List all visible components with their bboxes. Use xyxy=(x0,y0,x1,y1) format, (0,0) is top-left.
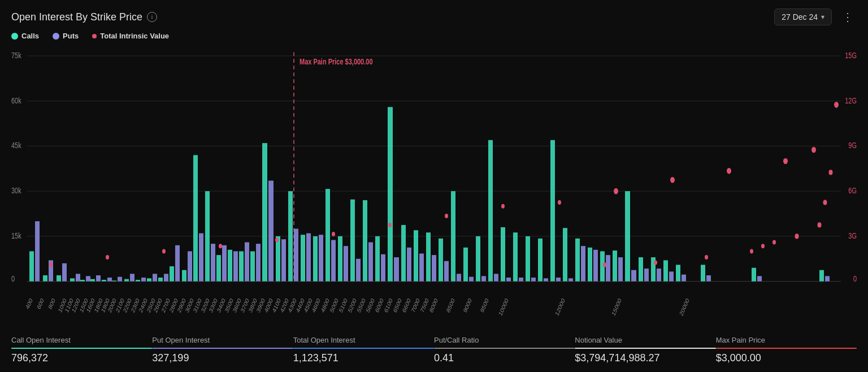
svg-rect-35 xyxy=(118,277,122,282)
svg-text:4800: 4800 xyxy=(320,297,331,314)
chevron-down-icon: ▾ xyxy=(821,13,824,21)
svg-rect-42 xyxy=(158,278,163,282)
svg-rect-106 xyxy=(550,140,555,282)
svg-text:600: 600 xyxy=(36,297,45,310)
max-pain-value: $3,000.00 xyxy=(716,352,857,364)
svg-point-155 xyxy=(761,244,765,248)
svg-rect-108 xyxy=(563,228,567,281)
svg-point-141 xyxy=(445,214,448,218)
footer-put-call: Put/Call Ratio 0.41 xyxy=(434,336,575,364)
svg-text:0: 0 xyxy=(853,274,857,283)
svg-text:12000: 12000 xyxy=(554,297,566,317)
svg-rect-94 xyxy=(476,236,480,282)
svg-rect-58 xyxy=(250,251,255,281)
svg-rect-46 xyxy=(182,270,186,282)
header-left: Open Interest By Strike Price i xyxy=(11,11,157,23)
svg-rect-98 xyxy=(501,227,505,282)
svg-rect-91 xyxy=(457,274,461,281)
svg-rect-60 xyxy=(262,143,267,282)
svg-rect-38 xyxy=(136,280,140,282)
svg-text:15000: 15000 xyxy=(610,297,622,317)
svg-rect-117 xyxy=(618,257,623,282)
svg-rect-78 xyxy=(375,236,380,282)
svg-rect-74 xyxy=(350,200,355,282)
svg-rect-90 xyxy=(451,191,455,281)
svg-rect-109 xyxy=(568,278,573,281)
svg-rect-41 xyxy=(153,274,157,281)
svg-text:30k: 30k xyxy=(11,186,21,196)
svg-rect-119 xyxy=(631,270,636,282)
svg-point-136 xyxy=(162,249,166,253)
svg-text:12G: 12G xyxy=(845,96,857,105)
date-selector[interactable]: 27 Dec 24 ▾ xyxy=(774,8,832,25)
svg-point-157 xyxy=(705,255,708,259)
footer-notional: Notional Value $3,794,714,988.27 xyxy=(575,336,715,364)
svg-text:75k: 75k xyxy=(11,50,21,60)
svg-rect-28 xyxy=(80,280,85,282)
puts-color-dot xyxy=(53,33,59,40)
svg-rect-125 xyxy=(669,271,674,281)
svg-point-150 xyxy=(829,170,833,175)
max-pain-label: Max Pain Price xyxy=(716,336,857,344)
svg-rect-47 xyxy=(188,251,192,281)
svg-rect-29 xyxy=(86,276,90,281)
svg-rect-116 xyxy=(613,250,617,281)
svg-rect-132 xyxy=(819,270,824,282)
footer-call-oi: Call Open Interest 796,372 xyxy=(11,336,152,364)
calls-label: Calls xyxy=(21,32,39,40)
svg-rect-124 xyxy=(663,260,668,281)
svg-text:5500: 5500 xyxy=(356,297,367,314)
svg-rect-79 xyxy=(381,254,385,282)
svg-text:9000: 9000 xyxy=(462,297,473,314)
svg-rect-88 xyxy=(439,239,443,282)
notional-bar xyxy=(575,348,715,349)
put-oi-bar xyxy=(152,348,293,349)
more-options-button[interactable]: ⋮ xyxy=(839,8,857,26)
svg-rect-26 xyxy=(70,278,75,281)
legend: Calls Puts Total Intrinsic Value xyxy=(0,32,868,45)
svg-rect-115 xyxy=(606,255,610,282)
svg-rect-112 xyxy=(588,248,592,282)
svg-rect-24 xyxy=(57,275,61,282)
put-oi-label: Put Open Interest xyxy=(152,336,293,344)
svg-rect-77 xyxy=(368,243,373,282)
info-icon[interactable]: i xyxy=(147,12,157,22)
svg-text:7000: 7000 xyxy=(410,297,421,314)
date-label: 27 Dec 24 xyxy=(782,12,818,21)
svg-text:6G: 6G xyxy=(848,186,857,196)
svg-rect-54 xyxy=(228,250,232,282)
svg-rect-89 xyxy=(444,261,449,282)
max-pain-bar xyxy=(716,348,857,349)
chart-area: 75k 60k 45k 30k 15k 0 15G 12G 9G 6G 3G 0… xyxy=(0,45,868,330)
svg-text:Max Pain Price $3,000.00: Max Pain Price $3,000.00 xyxy=(300,57,373,66)
svg-point-139 xyxy=(332,232,335,236)
svg-rect-62 xyxy=(276,236,280,282)
svg-rect-34 xyxy=(112,280,116,281)
svg-rect-102 xyxy=(526,236,530,282)
chart-svg: 75k 60k 45k 30k 15k 0 15G 12G 9G 6G 3G 0… xyxy=(11,45,857,330)
svg-rect-76 xyxy=(363,200,367,282)
svg-rect-129 xyxy=(706,275,711,282)
svg-text:8500: 8500 xyxy=(445,297,456,314)
svg-point-142 xyxy=(501,204,505,209)
svg-rect-83 xyxy=(407,248,411,282)
svg-rect-128 xyxy=(701,265,705,281)
svg-point-140 xyxy=(388,223,392,227)
svg-rect-97 xyxy=(494,274,498,281)
svg-rect-27 xyxy=(76,274,80,281)
svg-text:0: 0 xyxy=(11,274,15,283)
svg-rect-113 xyxy=(593,250,598,282)
svg-point-137 xyxy=(219,244,222,248)
svg-rect-86 xyxy=(426,232,431,281)
call-oi-value: 796,372 xyxy=(11,352,152,364)
svg-rect-55 xyxy=(233,251,238,281)
svg-rect-107 xyxy=(556,278,561,282)
footer-total-oi: Total Open Interest 1,123,571 xyxy=(293,336,434,364)
svg-rect-51 xyxy=(211,244,215,281)
svg-point-135 xyxy=(106,255,109,259)
svg-rect-82 xyxy=(401,225,406,282)
svg-rect-127 xyxy=(682,275,686,282)
svg-rect-43 xyxy=(164,274,168,281)
svg-text:4600: 4600 xyxy=(311,297,322,314)
puts-label: Puts xyxy=(63,32,79,40)
